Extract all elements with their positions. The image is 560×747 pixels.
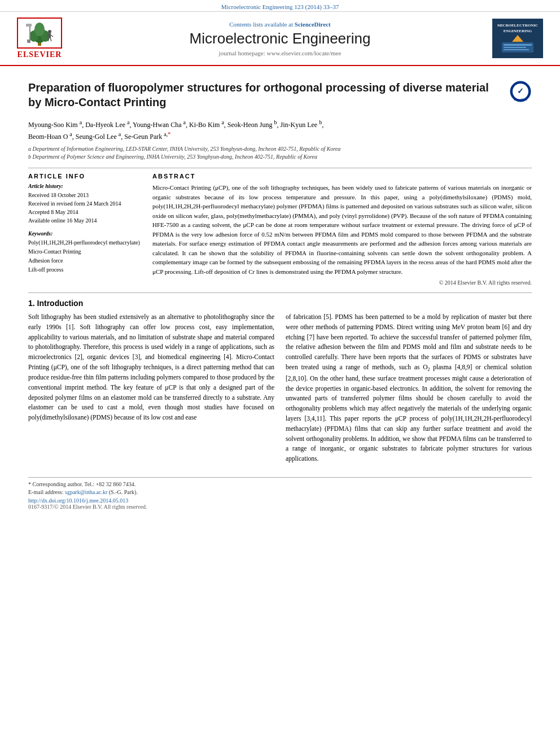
svg-marker-18	[512, 35, 523, 42]
logo-graphic-icon	[501, 34, 535, 54]
keyword-3: Adhesion force	[28, 256, 141, 265]
journal-title: Microelectronic Engineering	[79, 30, 481, 47]
svg-rect-17	[504, 49, 529, 50]
available-date: Available online 16 May 2014	[28, 216, 141, 225]
issn-copyright: 0167-9317/© 2014 Elsevier B.V. All right…	[28, 504, 532, 510]
article-history-label: Article history:	[28, 183, 141, 189]
crossmark: ✓ CrossMark	[509, 80, 532, 103]
footnotes-section: * Corresponding author. Tel.: +82 32 860…	[28, 477, 532, 510]
svg-rect-9	[49, 33, 51, 38]
authors-line: Myoung-Soo Kim a, Da-Hyeok Lee a, Young-…	[28, 118, 532, 142]
svg-rect-15	[504, 44, 532, 46]
elsevier-wordmark: ELSEVIER	[18, 50, 62, 59]
elsevier-logo-box	[17, 18, 62, 49]
introduction-section: 1. Introduction Soft lithography has bee…	[28, 299, 532, 469]
journal-logo-box: MICROELECTRONIC ENGINEERING	[492, 19, 543, 58]
revised-date: Received in revised form 24 March 2014	[28, 199, 141, 208]
abstract-col: ABSTRACT Micro-Contact Printing (μCP), o…	[152, 173, 532, 286]
corresponding-author: * Corresponding author. Tel.: +82 32 860…	[28, 481, 532, 487]
svg-text:✓: ✓	[517, 86, 524, 95]
intro-right-para1: of fabrication [5]. PDMS has been patter…	[286, 312, 532, 464]
keyword-2: Micro-Contact Printing	[28, 247, 141, 256]
svg-rect-7	[27, 40, 30, 43]
svg-rect-16	[504, 47, 526, 48]
svg-point-8	[48, 30, 51, 33]
svg-text:CrossMark: CrossMark	[514, 98, 528, 101]
journal-reference: Microelectronic Engineering 123 (2014) 3…	[221, 3, 339, 10]
top-bar: Microelectronic Engineering 123 (2014) 3…	[0, 0, 560, 12]
svg-line-13	[50, 38, 51, 41]
journal-logo-right: MICROELECTRONIC ENGINEERING	[492, 19, 549, 58]
affiliations: a Department of Information Engineering,…	[28, 145, 532, 161]
accepted-date: Accepted 8 May 2014	[28, 208, 141, 216]
divider-1	[28, 168, 532, 168]
section-title: 1. Introduction	[28, 299, 532, 308]
doi-text[interactable]: http://dx.doi.org/10.1016/j.mee.2014.05.…	[28, 497, 128, 504]
journal-header: ELSEVIER Contents lists available at Sci…	[0, 12, 560, 66]
article-title-section: Preparation of fluoropolymer structures …	[28, 80, 532, 112]
logo-line2: ENGINEERING	[504, 29, 532, 33]
svg-point-4	[34, 23, 45, 36]
divider-2	[28, 292, 532, 293]
copyright-notice: © 2014 Elsevier B.V. All rights reserved…	[152, 279, 532, 286]
doi-link[interactable]: http://dx.doi.org/10.1016/j.mee.2014.05.…	[28, 497, 532, 504]
journal-homepage: journal homepage: www.elsevier.com/locat…	[79, 50, 481, 56]
abstract-text: Micro-Contact Printing (μCP), one of the…	[152, 183, 532, 276]
sciencedirect-link[interactable]: ScienceDirect	[295, 21, 331, 28]
intro-left-col: Soft lithography has been studied extens…	[28, 312, 274, 469]
affiliation-b: b Department of Polymer Science and Engi…	[28, 153, 532, 161]
received-date: Received 18 October 2013	[28, 191, 141, 199]
intro-left-para1: Soft lithography has been studied extens…	[28, 312, 274, 423]
abstract-header: ABSTRACT	[152, 173, 532, 180]
affiliation-a: a Department of Information Engineering,…	[28, 145, 532, 153]
elsevier-tree-icon	[18, 19, 61, 47]
article-info-header: ARTICLE INFO	[28, 173, 141, 180]
email-link[interactable]: sgpark@inha.ac.kr	[65, 489, 107, 495]
keyword-1: Poly(1H,1H,2H,2H-perfluorodecyl methacry…	[28, 238, 141, 247]
article-info-col: ARTICLE INFO Article history: Received 1…	[28, 173, 141, 286]
keyword-4: Lift-off process	[28, 265, 141, 274]
keywords-label: Keywords:	[28, 230, 141, 237]
svg-rect-5	[29, 25, 30, 41]
intro-right-col: of fabrication [5]. PDMS has been patter…	[286, 312, 532, 469]
article-info-abstract: ARTICLE INFO Article history: Received 1…	[28, 173, 532, 286]
svg-line-11	[51, 35, 53, 37]
journal-center: Contents lists available at ScienceDirec…	[68, 21, 492, 56]
logo-line1: MICROELECTRONIC	[497, 23, 538, 28]
intro-body: Soft lithography has been studied extens…	[28, 312, 532, 469]
article-title: Preparation of fluoropolymer structures …	[28, 80, 504, 110]
sciencedirect-text: Contents lists available at ScienceDirec…	[79, 21, 481, 28]
email-address: E-mail address: sgpark@inha.ac.kr (S.-G.…	[28, 489, 532, 495]
author-names: Myoung-Soo Kim a, Da-Hyeok Lee a, Young-…	[28, 121, 323, 141]
svg-rect-6	[26, 24, 32, 27]
elsevier-logo: ELSEVIER	[11, 18, 68, 59]
